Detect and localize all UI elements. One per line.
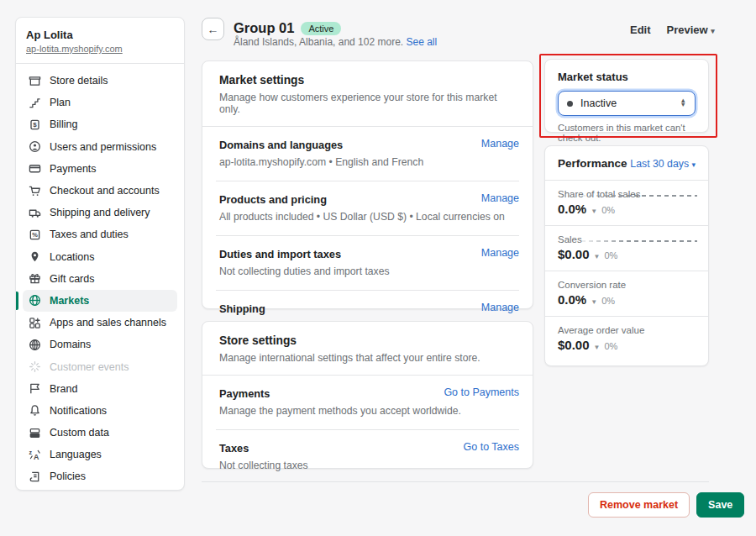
sidebar-item-brand[interactable]: Brand [23, 378, 177, 400]
sidebar-item-taxes-duties[interactable]: % Taxes and duties [23, 223, 177, 245]
manage-domains-link[interactable]: Manage [481, 138, 519, 150]
regions-summary: Åland Islands, Albania, and 102 more. [234, 36, 403, 48]
sidebar-item-domains[interactable]: Domains [23, 334, 177, 355]
sidebar-item-locations[interactable]: Locations [23, 246, 177, 268]
sidebar-item-label: Policies [50, 470, 86, 482]
manage-shipping-link[interactable]: Manage [481, 302, 519, 313]
performance-card: Performance Last 30 days ▾ Share of tota… [544, 145, 709, 366]
section-duties-import-taxes: Duties and import taxes Not collecting d… [202, 236, 533, 290]
sidebar-item-apps-sales-channels[interactable]: Apps and sales channels [23, 312, 177, 334]
footer-divider [202, 481, 709, 482]
dashed-sparkline [574, 240, 697, 242]
metric-delta: 0% [601, 205, 615, 215]
settings-nav: Store details Plan $ Billing Users and p… [16, 64, 184, 494]
back-button[interactable]: ← [202, 18, 224, 40]
sidebar-item-label: Users and permissions [50, 141, 156, 153]
section-description: Manage the payment methods you accept wo… [219, 405, 516, 417]
truck-icon [28, 206, 41, 219]
sidebar-item-label: Shipping and delivery [50, 207, 150, 218]
sidebar-item-label: Store details [50, 75, 108, 87]
section-description: All products included • US Dollar (USD $… [219, 211, 516, 223]
sidebar-item-plan[interactable]: Plan [23, 92, 177, 113]
section-title: Products and pricing [219, 193, 516, 206]
metric-delta: 0% [601, 296, 615, 306]
stepper-down-arrow: ▼ [680, 103, 686, 108]
sidebar-item-billing[interactable]: $ Billing [23, 113, 177, 135]
sidebar-item-markets[interactable]: Markets [23, 290, 177, 312]
domains-globe-icon [28, 338, 41, 351]
section-taxes: Taxes Not collecting taxes Go to Taxes [202, 430, 533, 484]
section-description: Not collecting duties and import taxes [219, 265, 516, 277]
globe-icon [28, 294, 41, 307]
sidebar-item-label: Payments [50, 163, 97, 175]
store-name: Ap Lolita [26, 29, 174, 41]
store-settings-card: Store settings Manage international sett… [202, 321, 533, 469]
sidebar-item-notifications[interactable]: Notifications [23, 400, 177, 422]
metric-label: Average order value [558, 325, 696, 335]
sidebar-item-label: Taxes and duties [50, 229, 129, 240]
metric-value: $0.00 [558, 247, 590, 261]
sidebar-item-label: Plan [50, 97, 71, 108]
metric-delta: 0% [604, 250, 617, 260]
section-description: ap-lotita.myshopify.com • English and Fr… [219, 156, 516, 168]
market-settings-description: Manage how customers experience your sto… [219, 92, 516, 115]
bell-icon [28, 404, 41, 418]
market-settings-title: Market settings [219, 74, 516, 87]
translate-icon: zA [28, 448, 41, 461]
market-settings-card: Market settings Manage how customers exp… [202, 60, 533, 309]
market-status-helper-text: Customers in this market can't check out… [558, 123, 696, 143]
svg-text:%: % [32, 231, 38, 239]
sidebar-item-gift-cards[interactable]: Gift cards [23, 268, 177, 290]
brand-flag-icon [28, 382, 41, 396]
edit-button[interactable]: Edit [630, 24, 651, 36]
page-subtitle: Åland Islands, Albania, and 102 more. Se… [234, 36, 437, 48]
sidebar-item-languages[interactable]: zA Languages [23, 444, 177, 465]
sidebar-item-policies[interactable]: Policies [23, 465, 177, 487]
sidebar-item-label: Notifications [50, 405, 107, 417]
chevron-down-icon: ▾ [691, 160, 696, 169]
market-status-card: Market status Inactive ▲ ▼ Customers in … [544, 59, 709, 133]
save-button[interactable]: Save [696, 492, 744, 518]
cart-icon [28, 184, 41, 197]
go-to-payments-link[interactable]: Go to Payments [444, 386, 519, 398]
remove-market-button[interactable]: Remove market [588, 492, 690, 518]
sidebar-item-checkout-accounts[interactable]: Checkout and accounts [23, 180, 177, 202]
see-all-link[interactable]: See all [406, 36, 437, 48]
sidebar-item-payments[interactable]: Payments [23, 158, 177, 180]
sidebar-item-label: Brand [50, 383, 77, 395]
sidebar-item-users-permissions[interactable]: Users and permissions [23, 136, 177, 158]
manage-products-link[interactable]: Manage [481, 192, 519, 204]
market-status-select[interactable]: Inactive ▲ ▼ [558, 91, 696, 116]
go-to-taxes-link[interactable]: Go to Taxes [464, 441, 519, 453]
user-circle-icon [28, 140, 41, 154]
metric-average-order-value: Average order value $0.00 ▼ 0% [545, 317, 708, 361]
sidebar-item-label: Markets [50, 295, 89, 307]
page-title: Group 01 [234, 20, 294, 36]
section-title: Shipping [219, 302, 516, 315]
gift-icon [28, 272, 41, 286]
sidebar-item-shipping-delivery[interactable]: Shipping and delivery [23, 202, 177, 223]
map-pin-icon [28, 250, 41, 264]
svg-text:$: $ [33, 121, 37, 129]
dollar-bill-icon: $ [28, 118, 41, 131]
metric-value: 0.0% [558, 292, 586, 307]
stairs-icon [28, 96, 41, 109]
dashed-sparkline [574, 195, 697, 197]
metric-value: 0.0% [558, 202, 586, 216]
metric-conversion-rate: Conversion rate 0.0% ▼ 0% [545, 271, 708, 316]
manage-duties-link[interactable]: Manage [481, 247, 519, 259]
credit-card-icon [28, 162, 41, 176]
preview-button[interactable]: Preview ▾ [667, 24, 715, 36]
metric-value: $0.00 [558, 338, 590, 352]
market-status-title: Market status [558, 71, 696, 83]
chevron-down-icon: ▾ [711, 27, 715, 35]
date-range-selector[interactable]: Last 30 days ▾ [630, 158, 696, 170]
performance-header: Performance Last 30 days ▾ [545, 146, 708, 180]
sidebar-item-custom-data[interactable]: Custom data [23, 422, 177, 444]
sidebar-item-label: Custom data [50, 427, 109, 439]
store-domain-link[interactable]: ap-lotita.myshopify.com [26, 44, 123, 54]
sidebar-item-store-details[interactable]: Store details [23, 70, 177, 92]
status-badge: Active [301, 22, 341, 35]
trend-down-icon: ▼ [594, 344, 601, 351]
sidebar-item-label: Checkout and accounts [50, 185, 160, 197]
